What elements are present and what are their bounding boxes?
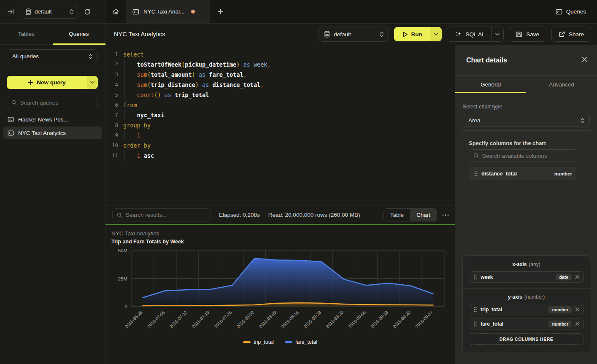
close-icon xyxy=(575,307,580,312)
results-search-input[interactable] xyxy=(126,212,206,218)
svg-text:0: 0 xyxy=(125,304,127,309)
panel-tab-general[interactable]: General xyxy=(455,76,526,93)
editor-line[interactable]: 3 sum(total_amount) as fare_total, xyxy=(105,70,455,80)
home-tab-button[interactable] xyxy=(105,0,126,23)
chart-view-button[interactable]: Chart xyxy=(410,209,437,221)
y-axis-heading: y-axis(number) xyxy=(469,294,584,300)
legend-swatch xyxy=(285,341,292,343)
chart-legend: trip_totalfare_total xyxy=(105,339,455,345)
run-dropdown-button[interactable] xyxy=(430,27,442,41)
chevron-down-icon xyxy=(434,33,438,36)
save-button[interactable]: Save xyxy=(509,27,546,42)
drag-columns-dropzone[interactable]: DRAG COLUMNS HERE xyxy=(469,333,584,345)
legend-item-trip_total[interactable]: trip_total xyxy=(243,339,274,345)
panel-tabs: General Advanced xyxy=(455,76,597,93)
editor-line[interactable]: 7 nyc_taxi xyxy=(105,110,455,120)
editor-line[interactable]: 1select xyxy=(105,49,455,59)
x-axis-column-week[interactable]: week date xyxy=(469,271,584,283)
rows-read-stat: Read: 20,000,000 rows (260.00 MB) xyxy=(268,212,360,218)
new-tab-button[interactable] xyxy=(210,0,231,23)
sidebar-collapse-button[interactable] xyxy=(6,7,16,16)
editor-line[interactable]: 5 count() as trip_total xyxy=(105,90,455,100)
remove-column-button[interactable] xyxy=(575,307,580,312)
query-list-item[interactable]: Hacker News Pos... xyxy=(3,113,102,126)
editor-line[interactable]: 4 sum(trip_distance) as distance_total, xyxy=(105,80,455,90)
refresh-button[interactable] xyxy=(82,7,92,17)
editor-line[interactable]: 10order by xyxy=(105,140,455,151)
editor-line[interactable]: 8group by xyxy=(105,120,455,130)
tab-nyc-taxi-analytics[interactable]: NYC Taxi Anal... xyxy=(126,0,210,23)
topbar-database-selector[interactable]: default xyxy=(21,5,78,19)
remove-column-button[interactable] xyxy=(575,275,580,279)
database-selector[interactable]: default xyxy=(319,27,389,42)
header-toolbar: default Run SQL AI xyxy=(319,27,591,42)
updown-chevron-icon xyxy=(70,9,73,14)
drag-handle-icon[interactable] xyxy=(473,274,477,280)
editor-line[interactable]: 2 toStartOfWeek(pickup_datetime) as week… xyxy=(105,59,455,70)
y-axis-column-trip-total[interactable]: trip_total number xyxy=(469,304,584,315)
new-query-button[interactable]: New query xyxy=(7,76,87,89)
code-text: from xyxy=(123,100,137,110)
drag-handle-icon[interactable] xyxy=(473,307,477,313)
results-more-button[interactable] xyxy=(442,214,449,216)
new-query-dropdown-button[interactable] xyxy=(87,76,98,89)
panel-divider xyxy=(462,130,591,131)
terminal-icon xyxy=(556,8,562,15)
new-query-label: New query xyxy=(37,79,65,86)
editor-line[interactable]: 9 1 xyxy=(105,130,455,140)
save-label: Save xyxy=(526,31,539,38)
sql-ai-button[interactable]: SQL AI xyxy=(447,27,491,41)
refresh-icon xyxy=(84,8,91,15)
editor-line[interactable]: 6from xyxy=(105,100,455,110)
panel-title: Chart details xyxy=(466,57,507,64)
save-icon xyxy=(516,31,522,38)
line-number: 6 xyxy=(105,100,118,110)
area-chart[interactable]: 025M50M2015-06-282015-07-052015-07-12201… xyxy=(105,245,455,339)
editor-line[interactable]: 11 1 asc xyxy=(105,151,455,161)
left-sidebar: Tables Queries All queries New query Hac… xyxy=(0,24,105,364)
chart-type-value: Area xyxy=(468,117,581,124)
run-button[interactable]: Run xyxy=(394,27,430,41)
share-button[interactable]: Share xyxy=(551,27,591,42)
close-icon xyxy=(581,56,588,62)
column-search-input[interactable] xyxy=(482,153,573,159)
play-icon xyxy=(402,31,408,38)
line-number: 9 xyxy=(105,130,118,140)
topbar-queries-button[interactable]: Queries xyxy=(556,8,586,15)
search-icon xyxy=(11,100,17,105)
sql-ai-split-button: SQL AI xyxy=(447,27,504,42)
y-axis-column-fare-total[interactable]: fare_total number xyxy=(469,318,584,329)
svg-text:50M: 50M xyxy=(118,248,127,253)
legend-item-fare_total[interactable]: fare_total xyxy=(285,339,317,345)
svg-text:2015-07-26: 2015-07-26 xyxy=(213,310,233,329)
column-type-badge: number xyxy=(548,306,572,313)
close-icon xyxy=(575,275,580,279)
legend-swatch xyxy=(243,341,251,343)
top-bar: default NYC Taxi Anal... Queries xyxy=(0,0,597,24)
sql-ai-dropdown-button[interactable] xyxy=(491,27,503,41)
query-list-item-selected[interactable]: NYC Taxi Analytics xyxy=(3,127,102,139)
query-search-input[interactable] xyxy=(20,100,93,106)
run-label: Run xyxy=(411,31,422,38)
panel-tab-advanced[interactable]: Advanced xyxy=(526,76,597,93)
sidebar-tab-queries[interactable]: Queries xyxy=(53,24,105,44)
top-bar-left: default xyxy=(0,0,105,24)
chart-type-select[interactable]: Area xyxy=(463,114,590,127)
line-number: 11 xyxy=(105,151,118,161)
unsaved-changes-dot xyxy=(191,10,195,13)
svg-text:2015-09-06: 2015-09-06 xyxy=(347,310,367,329)
panel-close-button[interactable] xyxy=(581,56,588,62)
sidebar-tab-tables[interactable]: Tables xyxy=(0,24,53,44)
collapse-right-icon xyxy=(8,8,15,15)
table-view-button[interactable]: Table xyxy=(384,209,410,221)
indent-guide xyxy=(124,110,125,120)
drag-handle-icon[interactable] xyxy=(473,321,477,327)
query-filter-select[interactable]: All queries xyxy=(7,49,98,63)
chart-type-label: Select chart type xyxy=(463,104,502,110)
elapsed-time: Elapsed: 0.208s xyxy=(219,212,260,218)
sql-editor[interactable]: 1select2 toStartOfWeek(pickup_datetime) … xyxy=(105,45,455,205)
drag-handle-icon[interactable] xyxy=(474,171,478,177)
run-split-button: Run xyxy=(394,27,442,41)
remove-column-button[interactable] xyxy=(575,321,580,326)
available-column-distance-total[interactable]: distance_total number xyxy=(470,167,576,180)
